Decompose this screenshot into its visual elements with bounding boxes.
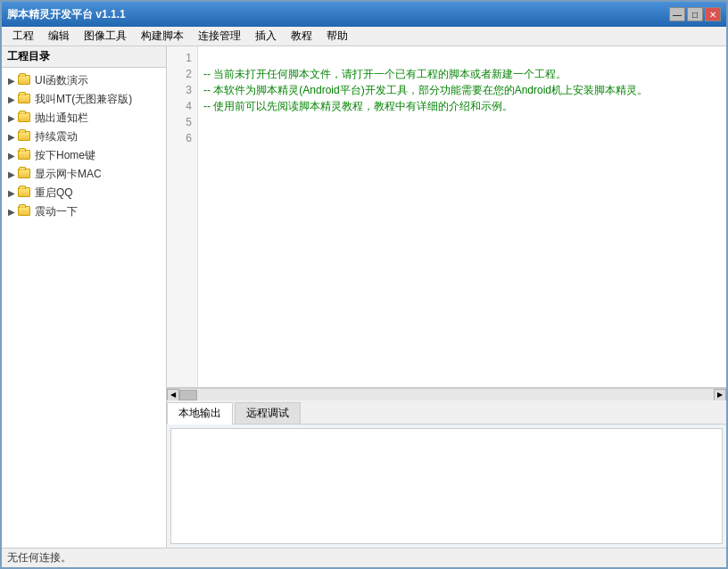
scroll-track[interactable] — [179, 389, 714, 401]
menu-bar: 工程编辑图像工具构建脚本连接管理插入教程帮助 — [2, 27, 726, 46]
main-window: 脚本精灵开发平台 v1.1.1 — □ ✕ 工程编辑图像工具构建脚本连接管理插入… — [0, 0, 728, 569]
code-line — [203, 50, 721, 66]
menu-item-图像工具[interactable]: 图像工具 — [77, 27, 134, 45]
tree-container[interactable]: ▶UI函数演示▶我叫MT(无图兼容版)▶抛出通知栏▶持续震动▶按下Home键▶显… — [2, 68, 166, 548]
tree-item-label: 持续震动 — [35, 129, 78, 144]
tree-arrow-icon: ▶ — [5, 75, 18, 87]
menu-item-编辑[interactable]: 编辑 — [41, 27, 77, 45]
tree-item-label: 我叫MT(无图兼容版) — [35, 92, 132, 107]
tree-arrow-icon: ▶ — [5, 169, 18, 181]
minimize-button[interactable]: — — [669, 7, 685, 21]
status-bar: 无任何连接。 — [2, 548, 726, 567]
tab-本地输出[interactable]: 本地输出 — [167, 402, 233, 425]
line-number: 1 — [167, 50, 197, 66]
code-editor[interactable]: 123456 -- 当前未打开任何脚本文件，请打开一个已有工程的脚本或者新建一个… — [167, 46, 726, 388]
code-line: -- 使用前可以先阅读脚本精灵教程，教程中有详细的介绍和示例。 — [203, 98, 721, 114]
line-number: 4 — [167, 98, 197, 114]
folder-icon — [18, 150, 32, 162]
code-line: -- 本软件为脚本精灵(Android平台)开发工具，部分功能需要在您的Andr… — [203, 82, 721, 98]
code-line — [203, 130, 721, 146]
scroll-left-button[interactable]: ◀ — [167, 389, 179, 401]
menu-item-帮助[interactable]: 帮助 — [319, 27, 355, 45]
tree-arrow-icon: ▶ — [5, 187, 18, 200]
tree-item-label: UI函数演示 — [35, 73, 88, 88]
tree-item[interactable]: ▶重启QQ — [2, 184, 166, 202]
tree-item[interactable]: ▶UI函数演示 — [2, 71, 166, 90]
code-line: -- 当前未打开任何脚本文件，请打开一个已有工程的脚本或者新建一个工程。 — [203, 66, 721, 82]
tree-item-label: 震动一下 — [35, 204, 78, 219]
close-button[interactable]: ✕ — [705, 7, 721, 21]
tree-item-label: 按下Home键 — [35, 148, 95, 163]
status-text: 无任何连接。 — [7, 550, 71, 565]
title-bar: 脚本精灵开发平台 v1.1.1 — □ ✕ — [2, 2, 726, 27]
menu-item-工程[interactable]: 工程 — [5, 27, 41, 45]
line-number: 5 — [167, 114, 197, 130]
scroll-right-button[interactable]: ▶ — [714, 389, 726, 401]
tree-arrow-icon: ▶ — [5, 150, 18, 162]
tree-arrow-icon: ▶ — [5, 131, 18, 144]
window-title: 脚本精灵开发平台 v1.1.1 — [7, 7, 126, 22]
tree-arrow-icon: ▶ — [5, 206, 18, 219]
code-content[interactable]: -- 当前未打开任何脚本文件，请打开一个已有工程的脚本或者新建一个工程。-- 本… — [198, 46, 726, 387]
tree-arrow-icon: ▶ — [5, 112, 18, 125]
tree-item-label: 抛出通知栏 — [35, 111, 88, 126]
tab-远程调试[interactable]: 远程调试 — [235, 402, 301, 424]
comment-text: -- 当前未打开任何脚本文件，请打开一个已有工程的脚本或者新建一个工程。 — [203, 66, 567, 82]
folder-icon — [18, 112, 32, 125]
line-number: 2 — [167, 66, 197, 82]
menu-item-构建脚本[interactable]: 构建脚本 — [134, 27, 191, 45]
line-numbers: 123456 — [167, 46, 198, 387]
tree-item[interactable]: ▶震动一下 — [2, 202, 166, 221]
folder-icon — [18, 169, 32, 181]
sidebar: 工程目录 ▶UI函数演示▶我叫MT(无图兼容版)▶抛出通知栏▶持续震动▶按下Ho… — [2, 46, 167, 548]
sidebar-header: 工程目录 — [2, 46, 166, 68]
right-panel: 123456 -- 当前未打开任何脚本文件，请打开一个已有工程的脚本或者新建一个… — [167, 46, 726, 548]
comment-text: -- 使用前可以先阅读脚本精灵教程，教程中有详细的介绍和示例。 — [203, 98, 513, 114]
line-number: 3 — [167, 82, 197, 98]
output-area[interactable] — [170, 428, 723, 544]
folder-icon — [18, 94, 32, 106]
tree-item-label: 显示网卡MAC — [35, 167, 102, 182]
code-line — [203, 114, 721, 130]
tree-item[interactable]: ▶持续震动 — [2, 128, 166, 146]
tree-item[interactable]: ▶我叫MT(无图兼容版) — [2, 90, 166, 109]
tabs-bar: 本地输出远程调试 — [167, 400, 726, 425]
scroll-thumb[interactable] — [179, 390, 197, 400]
menu-item-教程[interactable]: 教程 — [284, 27, 319, 45]
tree-item[interactable]: ▶按下Home键 — [2, 146, 166, 165]
main-content: 工程目录 ▶UI函数演示▶我叫MT(无图兼容版)▶抛出通知栏▶持续震动▶按下Ho… — [2, 46, 726, 548]
folder-icon — [18, 187, 32, 200]
folder-icon — [18, 206, 32, 219]
line-number: 6 — [167, 130, 197, 146]
bottom-panel: 本地输出远程调试 — [167, 400, 726, 548]
tree-item[interactable]: ▶显示网卡MAC — [2, 165, 166, 184]
folder-icon — [18, 131, 32, 144]
tree-item[interactable]: ▶抛出通知栏 — [2, 109, 166, 128]
menu-item-连接管理[interactable]: 连接管理 — [191, 27, 248, 45]
tree-arrow-icon: ▶ — [5, 94, 18, 106]
folder-icon — [18, 75, 32, 87]
maximize-button[interactable]: □ — [687, 7, 703, 21]
menu-item-插入[interactable]: 插入 — [248, 27, 284, 45]
window-controls: — □ ✕ — [669, 7, 721, 21]
tree-item-label: 重启QQ — [35, 186, 73, 201]
comment-text: -- 本软件为脚本精灵(Android平台)开发工具，部分功能需要在您的Andr… — [203, 82, 648, 98]
horizontal-scrollbar[interactable]: ◀ ▶ — [167, 388, 726, 400]
